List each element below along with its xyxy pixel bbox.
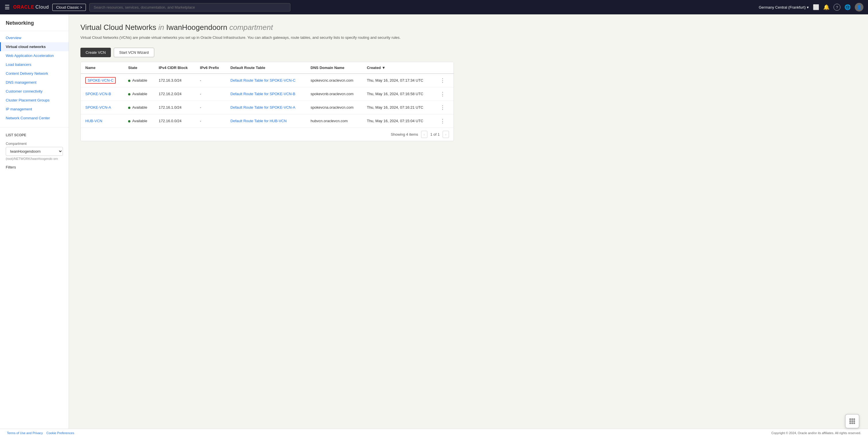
oracle-logo: ORACLE Cloud [13, 5, 49, 10]
toolbar: Create VCN Start VCN Wizard [81, 48, 857, 57]
sidebar-item-load-balancers[interactable]: Load balancers [0, 60, 69, 69]
table-row: SPOKE-VCN-AAvailable172.16.1.0/24-Defaul… [81, 100, 454, 114]
row-created-cell: Thu, May 16, 2024, 07:15:04 UTC [362, 114, 433, 128]
vcn-name-link[interactable]: SPOKE-VCN-B [85, 92, 111, 96]
region-selector[interactable]: Germany Central (Frankfurt) ▾ [759, 5, 809, 9]
topnav-right: Germany Central (Frankfurt) ▾ ⬜ 🔔 ? 🌐 👤 [759, 3, 863, 11]
row-ipv6-cell: - [195, 74, 226, 87]
row-name-cell: HUB-VCN [81, 114, 124, 128]
sidebar-item-ip-management[interactable]: IP management [0, 105, 69, 114]
route-table-link[interactable]: Default Route Table for SPOKE-VCN-B [230, 92, 295, 96]
region-label: Germany Central (Frankfurt) [759, 5, 806, 9]
row-ipv6-cell: - [195, 100, 226, 114]
route-table-link[interactable]: Default Route Table for SPOKE-VCN-A [230, 105, 295, 110]
route-table-link[interactable]: Default Route Table for HUB-VCN [230, 119, 287, 123]
row-state-cell: Available [124, 87, 154, 100]
page-title-in: in [158, 23, 166, 32]
row-state-cell: Available [124, 100, 154, 114]
page-description: Virtual Cloud Networks (VCNs) are privat… [81, 35, 425, 41]
page-title: Virtual Cloud Networks in IwanHoogendoor… [81, 23, 857, 32]
globe-icon[interactable]: 🌐 [844, 4, 851, 10]
sidebar-item-vcn[interactable]: Virtual cloud networks [0, 42, 69, 51]
row-menu-cell: ⋮ [433, 100, 454, 114]
sidebar-item-customer-connectivity[interactable]: Customer connectivity [0, 87, 69, 96]
vcn-name-link[interactable]: SPOKE-VCN-C [85, 77, 116, 84]
row-ipv4-cell: 172.16.0.0/24 [154, 114, 195, 128]
row-actions-menu-button[interactable]: ⋮ [438, 91, 447, 97]
svg-point-7 [851, 423, 853, 424]
row-created-cell: Thu, May 16, 2024, 07:16:58 UTC [362, 87, 433, 100]
row-actions-menu-button[interactable]: ⋮ [438, 78, 447, 83]
sidebar: Networking Overview Virtual cloud networ… [0, 14, 69, 429]
status-dot [128, 120, 130, 122]
help-fab-button[interactable] [845, 414, 859, 428]
col-header-ipv6: IPv6 Prefix [195, 62, 226, 74]
sort-icon: ▼ [382, 65, 385, 70]
next-page-button[interactable]: › [443, 131, 449, 138]
sidebar-item-waa[interactable]: Web Application Acceleration [0, 51, 69, 60]
search-input[interactable] [89, 3, 290, 11]
row-ipv4-cell: 172.16.3.0/24 [154, 74, 195, 87]
status-text: Available [132, 78, 147, 83]
svg-point-6 [849, 423, 851, 424]
footer-copyright: Copyright © 2024, Oracle and/or its affi… [772, 431, 861, 435]
filters-label: Filters [0, 162, 69, 171]
cloud-text: Cloud [36, 5, 49, 10]
app-layout: Networking Overview Virtual cloud networ… [0, 14, 868, 429]
terms-link[interactable]: Terms of Use and Privacy [7, 431, 43, 435]
table-header-row: Name State IPv4 CIDR Block IPv6 Prefix D… [81, 62, 454, 74]
status-text: Available [132, 105, 147, 110]
sidebar-item-cluster-placement[interactable]: Cluster Placement Groups [0, 96, 69, 105]
hamburger-icon[interactable]: ☰ [5, 4, 10, 11]
row-actions-menu-button[interactable]: ⋮ [438, 118, 447, 124]
row-state-cell: Available [124, 114, 154, 128]
footer: Terms of Use and Privacy Cookie Preferen… [0, 429, 868, 437]
vcn-table-container: Name State IPv4 CIDR Block IPv6 Prefix D… [81, 62, 454, 141]
row-ipv4-cell: 172.16.2.0/24 [154, 87, 195, 100]
col-header-dns: DNS Domain Name [306, 62, 362, 74]
status-text: Available [132, 119, 147, 123]
cloud-classic-button[interactable]: Cloud Classic > [52, 4, 86, 11]
table-footer: Showing 4 items ‹ 1 of 1 › [81, 128, 454, 141]
row-dns-cell: spokevcnb.oraclevcn.com [306, 87, 362, 100]
row-ipv6-cell: - [195, 87, 226, 100]
compartment-select[interactable]: IwanHoogendoorn [6, 147, 63, 156]
row-menu-cell: ⋮ [433, 74, 454, 87]
row-actions-menu-button[interactable]: ⋮ [438, 105, 447, 110]
page-title-vcn: Virtual Cloud Networks [81, 23, 156, 32]
cookie-link[interactable]: Cookie Preferences [46, 431, 74, 435]
sidebar-item-overview[interactable]: Overview [0, 33, 69, 42]
row-dns-cell: spokevcnc.oraclevcn.com [306, 74, 362, 87]
status-dot [128, 93, 130, 95]
sidebar-item-cdn[interactable]: Content Delivery Network [0, 69, 69, 78]
vcn-name-link[interactable]: HUB-VCN [85, 119, 102, 123]
sidebar-item-dns[interactable]: DNS management [0, 78, 69, 87]
col-header-route-table: Default Route Table [226, 62, 306, 74]
row-created-cell: Thu, May 16, 2024, 07:17:34 UTC [362, 74, 433, 87]
compartment-label: Compartment [0, 140, 69, 147]
help-icon[interactable]: ? [834, 4, 840, 11]
prev-page-button[interactable]: ‹ [421, 131, 427, 138]
row-menu-cell: ⋮ [433, 87, 454, 100]
sidebar-item-network-command-center[interactable]: Network Command Center [0, 114, 69, 122]
bell-icon[interactable]: 🔔 [823, 4, 830, 10]
start-wizard-button[interactable]: Start VCN Wizard [114, 48, 154, 57]
sidebar-title: Networking [0, 20, 69, 31]
vcn-table: Name State IPv4 CIDR Block IPv6 Prefix D… [81, 62, 454, 128]
row-created-cell: Thu, May 16, 2024, 07:16:21 UTC [362, 100, 433, 114]
row-route-table-cell: Default Route Table for SPOKE-VCN-A [226, 100, 306, 114]
avatar[interactable]: 👤 [855, 3, 863, 11]
monitor-icon[interactable]: ⬜ [813, 4, 819, 10]
route-table-link[interactable]: Default Route Table for SPOKE-VCN-C [230, 78, 296, 83]
create-vcn-button[interactable]: Create VCN [81, 48, 111, 57]
row-state-cell: Available [124, 74, 154, 87]
row-ipv4-cell: 172.16.1.0/24 [154, 100, 195, 114]
page-title-suffix: compartment [229, 23, 273, 32]
row-route-table-cell: Default Route Table for HUB-VCN [226, 114, 306, 128]
status-dot [128, 80, 130, 82]
col-header-created[interactable]: Created ▼ [362, 62, 433, 74]
table-row: SPOKE-VCN-CAvailable172.16.3.0/24-Defaul… [81, 74, 454, 87]
row-name-cell: SPOKE-VCN-C [81, 74, 124, 87]
vcn-name-link[interactable]: SPOKE-VCN-A [85, 105, 111, 110]
status-dot [128, 107, 130, 109]
